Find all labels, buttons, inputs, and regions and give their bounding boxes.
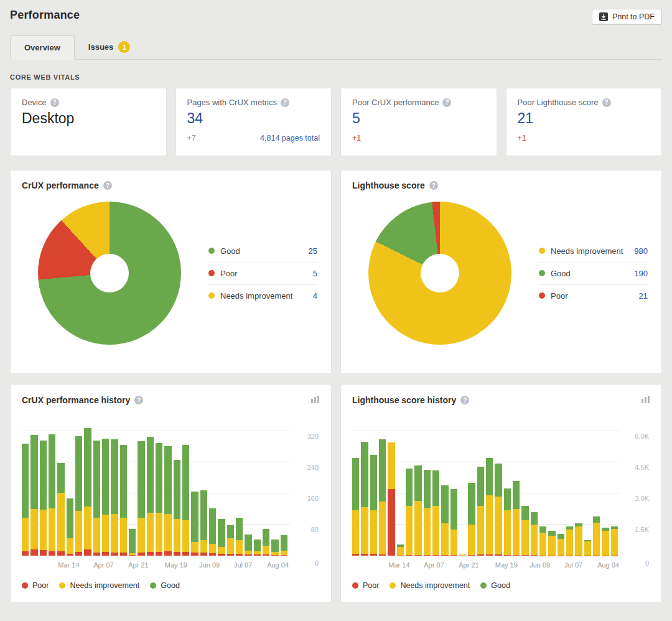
legend-item[interactable]: Poor (352, 581, 379, 590)
bar[interactable] (450, 489, 457, 556)
bar[interactable] (593, 516, 600, 556)
legend-item[interactable]: Poor21 (539, 284, 648, 307)
help-icon[interactable]: ? (602, 98, 611, 107)
help-icon[interactable]: ? (442, 98, 451, 107)
legend-item[interactable]: Needs improvement4 (208, 284, 317, 307)
bar[interactable] (611, 526, 618, 556)
bar[interactable] (397, 544, 404, 556)
bar[interactable] (57, 463, 64, 556)
bar[interactable] (227, 525, 234, 556)
bar-chart-icon[interactable] (642, 395, 650, 406)
bar[interactable] (566, 526, 573, 556)
bar[interactable] (602, 528, 609, 556)
bar[interactable] (521, 506, 528, 556)
help-icon[interactable]: ? (429, 181, 438, 190)
bar[interactable] (432, 470, 439, 556)
bar[interactable] (93, 441, 100, 556)
bar[interactable] (379, 439, 386, 556)
bar[interactable] (558, 534, 564, 556)
bar[interactable] (406, 469, 413, 556)
bar[interactable] (495, 464, 502, 556)
bar-segment (147, 552, 154, 556)
bar[interactable] (129, 529, 136, 556)
bar[interactable] (218, 519, 225, 556)
bar[interactable] (254, 539, 261, 556)
bar-segment (504, 510, 511, 555)
bar-segment (397, 547, 404, 555)
legend-item[interactable]: Good190 (539, 262, 648, 284)
bar[interactable] (245, 535, 251, 556)
bar-segment (486, 554, 493, 556)
bar[interactable] (513, 481, 520, 556)
bar[interactable] (174, 460, 180, 556)
help-icon[interactable]: ? (103, 181, 112, 190)
bar[interactable] (504, 488, 511, 556)
bar[interactable] (164, 446, 171, 556)
stat-label: Poor CrUX performance (352, 98, 439, 107)
bar[interactable] (548, 531, 555, 556)
bar[interactable] (120, 445, 127, 556)
bar-segment (602, 531, 609, 556)
bar-segment (450, 489, 457, 530)
bar[interactable] (209, 508, 216, 556)
legend-dot (208, 270, 215, 276)
bar[interactable] (388, 442, 394, 556)
bar[interactable] (361, 442, 368, 556)
bar[interactable] (539, 526, 546, 556)
bar[interactable] (271, 539, 278, 556)
bar[interactable] (147, 437, 154, 556)
help-icon[interactable]: ? (460, 396, 469, 404)
crux-performance-donut[interactable] (38, 202, 181, 345)
y-axis-label: 3.0K (624, 495, 649, 502)
bar[interactable] (352, 458, 359, 556)
bar[interactable] (111, 439, 118, 556)
help-icon[interactable]: ? (134, 396, 143, 404)
help-icon[interactable]: ? (281, 98, 289, 107)
legend-item[interactable]: Good25 (208, 240, 317, 262)
bar[interactable] (182, 445, 189, 556)
bar[interactable] (49, 434, 55, 556)
bar[interactable] (370, 455, 377, 556)
bar[interactable] (531, 512, 538, 556)
bar[interactable] (75, 436, 82, 556)
bar[interactable] (263, 529, 269, 556)
tab-overview[interactable]: Overview (10, 35, 75, 60)
bar[interactable] (22, 444, 29, 556)
bar[interactable] (200, 490, 207, 556)
bar[interactable] (40, 441, 47, 556)
bar[interactable] (191, 492, 198, 556)
bar[interactable] (156, 443, 162, 556)
bar[interactable] (138, 441, 144, 556)
bar[interactable] (67, 498, 73, 556)
bar-segment (379, 439, 386, 502)
legend-item[interactable]: Needs improvement (59, 581, 139, 590)
bar[interactable] (584, 540, 591, 556)
legend-item[interactable]: Needs improvement980 (539, 240, 648, 262)
pages-total-link[interactable]: 4,814 pages total (260, 134, 320, 142)
legend-item[interactable]: Needs improvement (390, 581, 470, 590)
legend-item[interactable]: Poor (22, 581, 49, 590)
legend-item[interactable]: Good (150, 581, 180, 590)
bar[interactable] (477, 467, 484, 556)
bar[interactable] (414, 465, 421, 556)
bar[interactable] (575, 523, 582, 556)
bar[interactable] (84, 428, 91, 556)
bar[interactable] (281, 535, 287, 556)
bar[interactable] (459, 554, 466, 556)
bar[interactable] (468, 483, 475, 556)
stat-value: 5 (352, 110, 485, 127)
legend-item[interactable]: Poor5 (208, 262, 317, 284)
bar[interactable] (236, 518, 243, 556)
bar[interactable] (441, 485, 448, 556)
tab-issues[interactable]: Issues 1 (75, 34, 144, 60)
legend-item[interactable]: Good (480, 581, 510, 590)
help-icon[interactable]: ? (50, 98, 59, 107)
bar[interactable] (102, 439, 109, 556)
bar-segment (57, 551, 64, 556)
bar[interactable] (486, 458, 493, 556)
print-to-pdf-button[interactable]: Print to PDF (592, 9, 662, 25)
lighthouse-score-donut[interactable] (368, 202, 511, 345)
bar-chart-icon[interactable] (311, 395, 320, 406)
bar[interactable] (30, 435, 37, 556)
bar[interactable] (424, 470, 431, 556)
